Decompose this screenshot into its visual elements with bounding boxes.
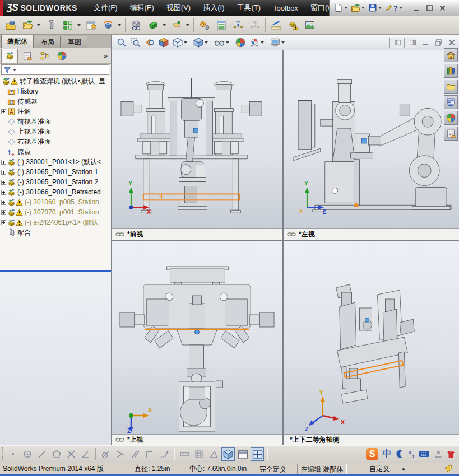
corner-snap-button[interactable] [143,447,156,461]
ruler-snap-button[interactable] [178,447,191,461]
tree-item-component[interactable]: (-) 330001_P001<1> (默认< [0,157,111,167]
exploded-view-button[interactable] [230,17,247,34]
new-document-button[interactable] [334,3,350,12]
open-button[interactable] [351,3,367,13]
parallel-snap-button[interactable] [128,447,142,461]
angle-snap-button[interactable] [79,447,92,461]
custom-dropdown-caret[interactable] [401,468,406,470]
propertymanager-tab[interactable] [18,49,35,63]
assembly-features-dropdown[interactable] [163,24,166,26]
new-document-dropdown[interactable] [344,7,347,9]
polygon-snap-button[interactable] [50,447,63,461]
four-view-button[interactable] [251,447,264,461]
tree-item-origin[interactable]: 原点 [0,147,111,157]
open-part-dropdown[interactable] [37,24,40,26]
maximize-icon[interactable] [426,4,433,12]
tab-layout[interactable]: 布局 [35,36,61,48]
tree-item-component[interactable]: (-) 301066_P001_Retracted [0,187,111,197]
shaded-view-mode-button[interactable] [221,447,235,461]
viewport-front[interactable]: Y X *前视 [112,50,282,240]
help-button[interactable]: ? [385,4,405,12]
tree-item-sensors[interactable]: 传感器 [0,96,111,106]
component-pattern-button[interactable] [59,17,76,34]
skin-shirt-icon[interactable] [447,450,455,459]
expand-plus-icon[interactable] [1,190,6,195]
fullwidth-moon-icon[interactable] [395,449,405,459]
taskpane-design-library-button[interactable] [444,64,458,78]
displaymanager-tab[interactable] [53,49,70,63]
zoom-area-button[interactable] [131,38,141,48]
move-component-dropdown[interactable] [118,24,121,26]
apply-scene-dropdown[interactable] [261,41,264,44]
tree-item-front-plane[interactable]: 前视基准面 [0,116,111,127]
edit-appearance-button[interactable] [235,38,245,48]
menu-toolbox[interactable]: Toolbox [267,4,304,12]
reference-geometry-dropdown[interactable] [186,24,189,26]
apply-scene-button[interactable] [249,38,266,48]
doc-close-icon[interactable] [448,39,456,46]
mate-button[interactable] [43,17,59,34]
view-orientation-dropdown[interactable] [184,41,187,44]
doc-minimize-icon[interactable] [421,39,429,46]
tree-item-component-warning[interactable]: (-) 301060_p005_Station [0,197,111,207]
user-profile-icon[interactable] [434,450,443,459]
view-settings-button[interactable] [270,38,287,48]
featuremanager-tree-tab[interactable] [1,49,18,63]
more-tabs-chevron[interactable]: » [104,52,108,60]
tree-filter-bar[interactable] [1,64,109,75]
expand-plus-icon[interactable] [1,109,6,114]
hide-show-dropdown[interactable] [226,41,229,44]
taskpane-view-palette-button[interactable] [444,95,458,109]
expand-plus-icon[interactable] [1,180,6,185]
close-icon[interactable] [439,4,446,12]
expand-plus-icon[interactable] [1,200,6,205]
tab-sketch[interactable]: 草图 [62,36,87,48]
expand-plus-icon[interactable] [1,170,6,175]
grid-snap-button[interactable] [192,447,206,461]
filter-dropdown[interactable] [13,69,16,71]
menu-file[interactable]: 文件(F) [87,3,124,13]
menu-tools[interactable]: 工具(T) [230,3,267,13]
perpendicular-snap-button[interactable] [114,447,127,461]
insert-component-button[interactable] [2,17,19,34]
center-snap-button[interactable] [21,447,34,461]
explode-line-sketch-button[interactable] [247,17,263,34]
view-orientation-button[interactable] [173,38,189,48]
menu-insert[interactable]: 插入(I) [197,3,230,13]
new-motion-study-button[interactable] [196,17,213,34]
menu-edit[interactable]: 编辑(E) [124,3,160,13]
configurationmanager-tab[interactable] [36,49,53,63]
display-style-button[interactable] [193,38,210,48]
previous-pane-button[interactable] [389,38,401,48]
assembly-features-button[interactable] [145,17,161,34]
tree-item-right-plane[interactable]: 右视基准面 [0,137,111,147]
bill-of-materials-button[interactable] [213,17,230,34]
tree-item-component[interactable]: (-) 301065_P001_Station 1 [0,167,111,177]
view-settings-dropdown[interactable] [281,41,285,44]
display-style-dropdown[interactable] [205,41,208,44]
viewport-isometric[interactable]: Y X Z *上下二等角轴测 [284,241,459,445]
tree-item-history[interactable]: History [0,86,111,96]
viewport-left[interactable]: Y Z X *左视 [284,50,459,240]
hide-show-items-button[interactable] [214,37,231,48]
previous-view-button[interactable] [145,38,155,48]
reference-geometry-button[interactable] [168,17,185,34]
expand-plus-icon[interactable] [1,210,6,215]
viewport-top[interactable]: X Z *上视 [112,241,282,445]
ime-language-toggle[interactable]: 中 [382,448,391,460]
tree-item-mates[interactable]: 配合 [0,227,111,237]
custom-dropdown[interactable]: 自定义 [360,463,399,474]
tags-icon[interactable] [443,464,453,473]
line-snap-button[interactable] [35,447,49,461]
tab-assembly[interactable]: 装配体 [1,35,34,48]
instant3d-button[interactable] [268,17,285,34]
component-pattern-dropdown[interactable] [77,24,81,26]
tree-item-component-warning[interactable]: (-) a-2424061p<1> (默认 [0,217,111,227]
minimize-icon[interactable] [413,4,420,12]
sogou-ime-icon[interactable]: S [366,448,378,460]
smart-fasteners-button[interactable] [83,17,100,34]
open-dropdown[interactable] [361,7,365,9]
section-view-button[interactable] [159,38,169,48]
tangent-snap-button[interactable] [99,447,113,461]
move-component-button[interactable] [100,17,117,34]
